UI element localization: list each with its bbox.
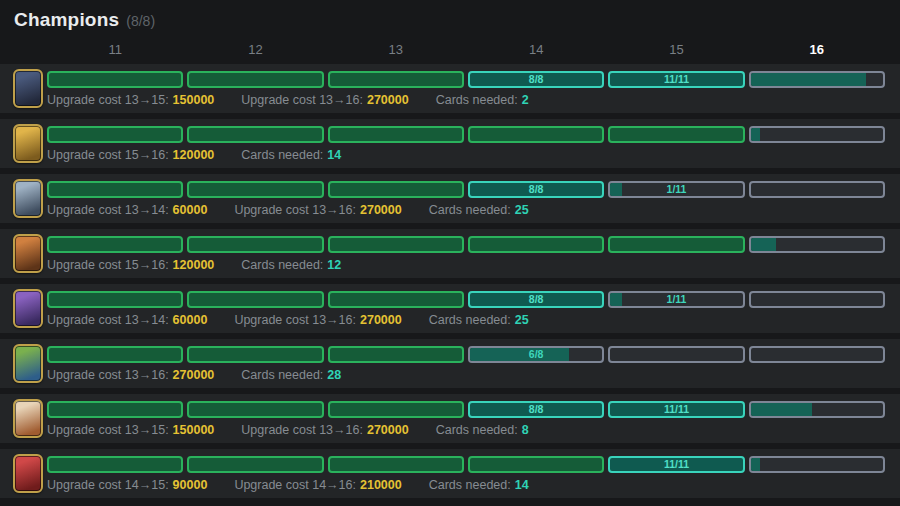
champion-card-2-icon [13,124,43,163]
card-count-label: 11/11 [664,404,689,415]
info-value: 14 [327,148,341,162]
champion-row: 8/81/11Upgrade cost 13→14:60000Upgrade c… [0,174,900,223]
upgrade-cost-item: Upgrade cost 13→15:150000 [47,93,214,107]
level-bar-11 [47,126,183,143]
info-label: Upgrade cost 15→16: [47,258,169,272]
upgrade-cost-item: Upgrade cost 15→16:120000 [47,258,214,272]
info-value: 120000 [173,258,215,272]
card-count-label: 8/8 [529,74,544,85]
level-progress-bars: 8/811/11 [47,71,885,88]
card-count-label: 8/8 [529,294,544,305]
level-bar-14: 8/8 [468,291,604,308]
level-progress-bars: 8/81/11 [47,291,885,308]
level-bar-12 [187,71,323,88]
champion-row: Upgrade cost 15→16:120000Cards needed:14 [0,119,900,168]
info-value: 150000 [173,423,215,437]
level-bar-11 [47,291,183,308]
info-label: Cards needed: [436,423,518,437]
info-label: Upgrade cost 14→15: [47,478,169,492]
level-bar-14 [468,236,604,253]
champion-card-icon [13,124,43,163]
level-bar-16 [749,71,885,88]
info-label: Upgrade cost 14→16: [234,478,356,492]
champion-card-icon [13,179,43,218]
level-bar-15: 11/11 [608,71,744,88]
champion-card-1-icon [13,69,43,108]
info-label: Cards needed: [429,478,511,492]
upgrade-cost-item: Upgrade cost 13→16:270000 [241,423,408,437]
level-bar-14: 8/8 [468,181,604,198]
champion-row: 8/81/11Upgrade cost 13→14:60000Upgrade c… [0,284,900,333]
progress-fill [470,348,569,361]
info-label: Upgrade cost 13→15: [47,423,169,437]
champion-rows-list: 8/811/11Upgrade cost 13→15:150000Upgrade… [0,64,900,498]
info-value: 270000 [360,203,402,217]
info-value: 210000 [360,478,402,492]
card-count-label: 8/8 [529,184,544,195]
level-bar-11 [47,71,183,88]
card-count-label: 1/11 [667,294,687,305]
info-value: 28 [327,368,341,382]
upgrade-info-line: Upgrade cost 14→15:90000Upgrade cost 14→… [47,478,885,492]
upgrade-cost-item: Upgrade cost 13→14:60000 [47,203,207,217]
card-count-label: 11/11 [664,459,689,470]
level-progress-bars [47,126,885,143]
champion-row: 11/11Upgrade cost 14→15:90000Upgrade cos… [0,449,900,498]
cards-needed-item: Cards needed:12 [241,258,341,272]
level-column-header-13: 13 [328,42,464,57]
level-bar-12 [187,126,323,143]
level-bar-13 [328,181,464,198]
info-label: Upgrade cost 13→16: [241,93,363,107]
level-bar-11 [47,181,183,198]
upgrade-cost-item: Upgrade cost 13→16:270000 [234,313,401,327]
champion-card-5-icon [13,289,43,328]
champion-row: 8/811/11Upgrade cost 13→15:150000Upgrade… [0,64,900,113]
info-value: 14 [515,478,529,492]
level-progress-bars: 8/81/11 [47,181,885,198]
info-value: 150000 [173,93,215,107]
level-bar-16 [749,236,885,253]
level-progress-bars: 11/11 [47,456,885,473]
level-column-header-16: 16 [749,42,885,57]
level-bar-11 [47,456,183,473]
champion-row: 8/811/11Upgrade cost 13→15:150000Upgrade… [0,394,900,443]
info-value: 120000 [173,148,215,162]
level-bar-13 [328,236,464,253]
level-bar-11 [47,401,183,418]
cards-needed-item: Cards needed:2 [436,93,529,107]
level-bar-13 [328,291,464,308]
level-bar-15: 11/11 [608,456,744,473]
level-bar-13 [328,126,464,143]
level-bar-13 [328,401,464,418]
cards-needed-item: Cards needed:28 [241,368,341,382]
info-value: 270000 [367,93,409,107]
level-bar-12 [187,291,323,308]
upgrade-info-line: Upgrade cost 13→15:150000Upgrade cost 13… [47,423,885,437]
level-bar-12 [187,236,323,253]
level-column-header-14: 14 [468,42,604,57]
progress-fill [751,73,866,86]
card-count-label: 1/11 [667,184,687,195]
level-bar-15 [608,346,744,363]
level-bar-12 [187,456,323,473]
info-label: Upgrade cost 15→16: [47,148,169,162]
cards-needed-item: Cards needed:8 [436,423,529,437]
info-label: Cards needed: [436,93,518,107]
cards-needed-item: Cards needed:25 [429,203,529,217]
progress-fill [610,293,622,306]
champion-card-7-icon [13,399,43,438]
level-bar-14: 6/8 [468,346,604,363]
champion-card-6-icon [13,344,43,383]
upgrade-cost-item: Upgrade cost 13→15:150000 [47,423,214,437]
champion-card-icon [13,399,43,438]
info-label: Upgrade cost 13→16: [234,203,356,217]
info-label: Upgrade cost 13→16: [47,368,169,382]
upgrade-cost-item: Upgrade cost 13→14:60000 [47,313,207,327]
info-label: Cards needed: [241,148,323,162]
level-bar-15 [608,236,744,253]
upgrade-cost-item: Upgrade cost 15→16:120000 [47,148,214,162]
level-progress-bars: 8/811/11 [47,401,885,418]
level-bar-11 [47,346,183,363]
upgrade-cost-item: Upgrade cost 13→16:270000 [241,93,408,107]
progress-fill [751,403,812,416]
